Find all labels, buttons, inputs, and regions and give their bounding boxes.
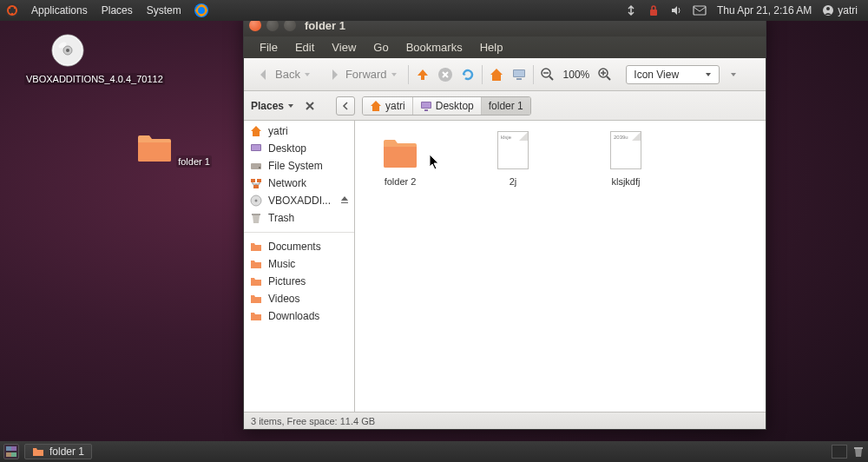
svg-rect-30 <box>252 145 260 150</box>
sidebar-item-label: Desktop <box>268 142 306 155</box>
drive-icon <box>249 159 263 173</box>
svg-line-23 <box>607 76 610 80</box>
desktop-folder-label: folder 1 <box>176 155 212 168</box>
window-maximize-button[interactable] <box>284 19 296 31</box>
content-item-label: klsjkdfj <box>591 176 661 187</box>
content-file[interactable]: 2039u klsjkdfj <box>591 131 661 187</box>
sidebar-item-disc[interactable]: VBOXADDI... <box>244 192 354 209</box>
ubuntu-logo-icon[interactable] <box>5 3 19 17</box>
path-back-button[interactable] <box>336 96 355 116</box>
sidebar-item-trash[interactable]: Trash <box>244 209 354 227</box>
view-mode-label: Icon View <box>634 69 679 81</box>
eject-icon[interactable] <box>340 195 349 207</box>
desktop-folder-icon[interactable]: folder 1 <box>130 130 217 168</box>
network-indicator-icon[interactable] <box>620 4 642 16</box>
back-button[interactable]: Back <box>251 65 316 84</box>
menu-file[interactable]: File <box>251 41 286 54</box>
home-button[interactable] <box>488 66 505 83</box>
sidebar-item-network[interactable]: Network <box>244 175 354 192</box>
svg-rect-18 <box>516 78 522 80</box>
svg-rect-27 <box>422 102 431 108</box>
zoom-level: 100% <box>563 69 590 81</box>
username-label: yatri <box>838 4 858 16</box>
svg-rect-7 <box>694 6 706 15</box>
toolbar: Back Forward 100% Icon View <box>244 58 766 91</box>
firefox-launcher[interactable] <box>188 3 214 18</box>
window-close-button[interactable] <box>249 19 261 31</box>
sidebar-item-label: Documents <box>268 241 321 253</box>
menu-go[interactable]: Go <box>365 41 397 54</box>
user-menu[interactable]: yatri <box>817 4 863 16</box>
sidebar-item-label: Trash <box>268 212 294 224</box>
bottom-panel: folder 1 <box>0 441 868 462</box>
sidebar: yatri Desktop File System Network VBOXAD… <box>244 121 355 412</box>
sidebar-item-downloads[interactable]: Downloads <box>244 307 354 325</box>
view-mode-select[interactable]: Icon View <box>626 65 720 84</box>
applications-menu[interactable]: Applications <box>24 4 95 16</box>
content-file[interactable]: klsje 2j <box>478 131 548 187</box>
taskbar-item-label: folder 1 <box>49 446 84 458</box>
desktop-disc-icon[interactable]: VBOXADDITIONS_4.0.4_70112 <box>24 33 111 85</box>
sidebar-item-label: Downloads <box>268 310 319 322</box>
folder-icon <box>249 257 263 271</box>
svg-point-13 <box>66 49 69 52</box>
sidebar-item-label: VBOXADDI... <box>268 195 331 207</box>
taskbar-item[interactable]: folder 1 <box>24 444 92 459</box>
sidebar-item-label: yatri <box>268 125 288 137</box>
breadcrumb-current[interactable]: folder 1 <box>482 97 530 115</box>
menu-bookmarks[interactable]: Bookmarks <box>398 41 471 54</box>
show-desktop-button[interactable] <box>3 444 19 459</box>
folder-icon <box>379 131 421 173</box>
places-label[interactable]: Places <box>251 100 284 112</box>
up-button[interactable] <box>414 66 431 83</box>
trash-applet-icon[interactable] <box>852 446 865 458</box>
sidebar-item-home[interactable]: yatri <box>244 122 354 140</box>
file-icon: klsje <box>492 131 534 173</box>
content-item-label: 2j <box>478 176 548 187</box>
sidebar-item-label: Videos <box>268 293 299 305</box>
breadcrumb-home[interactable]: yatri <box>363 97 413 115</box>
content-folder[interactable]: folder 2 <box>365 131 435 187</box>
svg-point-32 <box>259 167 260 168</box>
places-menu[interactable]: Places <box>95 4 140 16</box>
folder-icon <box>249 292 263 306</box>
mail-indicator-icon[interactable] <box>687 5 712 16</box>
sidebar-item-videos[interactable]: Videos <box>244 290 354 307</box>
file-icon: 2039u <box>605 131 647 173</box>
volume-indicator-icon[interactable] <box>665 4 687 16</box>
computer-button[interactable] <box>510 66 528 83</box>
zoom-out-button[interactable] <box>539 66 556 83</box>
menu-view[interactable]: View <box>323 41 365 54</box>
content-area[interactable]: folder 2 klsje 2j 2039u klsjkdfj <box>355 121 766 412</box>
svg-point-2 <box>9 7 10 9</box>
menu-edit[interactable]: Edit <box>286 41 323 54</box>
desktop-disc-label: VBOXADDITIONS_4.0.4_70112 <box>24 73 165 85</box>
forward-label: Forward <box>345 68 387 81</box>
statusbar: 3 items, Free space: 11.4 GB <box>244 412 766 429</box>
toolbar-overflow-icon[interactable] <box>730 71 737 78</box>
svg-rect-33 <box>251 179 255 182</box>
sidebar-item-documents[interactable]: Documents <box>244 238 354 255</box>
reload-button[interactable] <box>459 66 477 83</box>
system-menu[interactable]: System <box>140 4 188 16</box>
zoom-in-button[interactable] <box>596 66 614 83</box>
close-sidebar-icon[interactable] <box>305 101 315 111</box>
sidebar-item-filesystem[interactable]: File System <box>244 157 354 175</box>
sidebar-item-desktop[interactable]: Desktop <box>244 140 354 157</box>
svg-rect-6 <box>650 10 657 16</box>
clock[interactable]: Thu Apr 21, 2:16 AM <box>712 4 817 16</box>
stop-button[interactable] <box>437 66 454 83</box>
breadcrumb-current-label: folder 1 <box>489 100 523 112</box>
breadcrumb-home-label: yatri <box>385 100 405 112</box>
security-indicator-icon[interactable] <box>642 4 665 16</box>
content-item-label: folder 2 <box>365 176 435 187</box>
sidebar-item-music[interactable]: Music <box>244 255 354 273</box>
sidebar-item-pictures[interactable]: Pictures <box>244 273 354 290</box>
breadcrumb-desktop[interactable]: Desktop <box>413 97 482 115</box>
workspace-switcher[interactable] <box>832 445 847 459</box>
folder-icon <box>249 309 263 323</box>
disc-icon <box>249 194 263 208</box>
window-minimize-button[interactable] <box>266 19 279 31</box>
menu-help[interactable]: Help <box>471 41 512 54</box>
forward-button[interactable]: Forward <box>321 65 403 84</box>
